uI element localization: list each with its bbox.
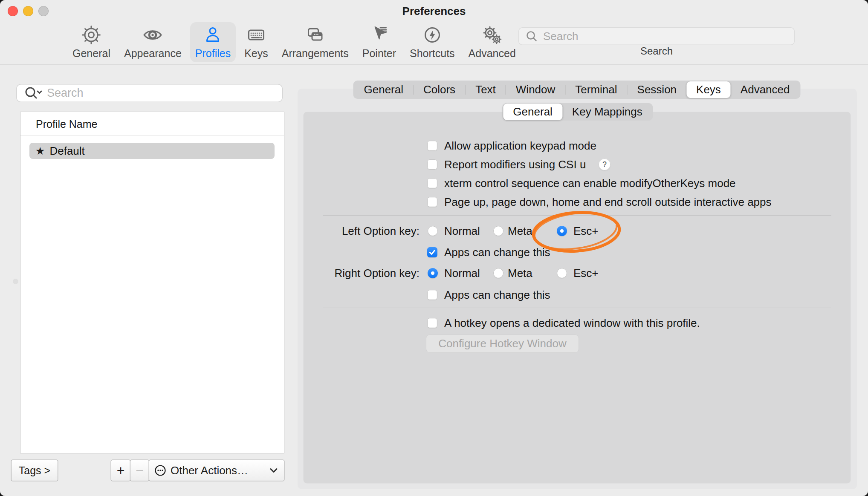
radio-left-meta[interactable]	[493, 226, 503, 236]
toolbar-item-appearance[interactable]: Appearance	[119, 22, 187, 62]
profile-tab-bar: General Colors Text Window Terminal Sess…	[353, 81, 800, 99]
person-icon	[203, 25, 223, 45]
profile-name: Default	[49, 144, 84, 158]
radio-label: Normal	[444, 225, 480, 237]
radio-label: Meta	[508, 267, 532, 280]
windows-icon	[305, 25, 325, 45]
toolbar-item-profiles[interactable]: Profiles	[190, 22, 236, 62]
keys-subtab-bar: General Key Mappings	[502, 103, 653, 121]
profile-list: Profile Name ★ Default	[20, 112, 284, 453]
configure-hotkey-window-button: Configure Hotkey Window	[426, 335, 579, 352]
checkbox-hotkey-window[interactable]	[427, 318, 437, 328]
lightning-icon	[422, 25, 443, 45]
radio-label: Esc+	[573, 267, 599, 280]
radio-left-esc-selected[interactable]	[557, 226, 567, 236]
remove-profile-button: −	[130, 460, 149, 481]
toolbar-label: Keys	[244, 48, 268, 59]
right-option-key-label: Right Option key:	[298, 267, 420, 280]
checkbox-right-apps-can-change[interactable]	[427, 290, 437, 300]
tab-colors[interactable]: Colors	[414, 81, 465, 98]
profile-search-input[interactable]	[46, 86, 278, 100]
profile-list-header: Profile Name	[20, 112, 284, 136]
plus-icon: +	[117, 463, 125, 479]
tab-text[interactable]: Text	[466, 81, 506, 98]
tab-window[interactable]: Window	[506, 81, 565, 98]
gear-icon	[81, 25, 101, 45]
toolbar-label: Profiles	[195, 48, 231, 59]
star-icon: ★	[35, 143, 45, 159]
preferences-toolbar: General Appearance Profiles	[67, 22, 521, 62]
tab-session[interactable]: Session	[628, 81, 687, 98]
toolbar-item-advanced[interactable]: Advanced	[463, 22, 521, 62]
subtab-general-selected[interactable]: General	[503, 104, 562, 120]
radio-right-normal-selected[interactable]	[428, 268, 438, 278]
preferences-window: Preferences General Appearance	[0, 0, 868, 496]
left-option-key-label: Left Option key:	[298, 225, 420, 237]
checkbox-label: Allow application keypad mode	[444, 139, 596, 152]
search-icon	[523, 30, 542, 43]
other-actions-dropdown[interactable]: Other Actions…	[149, 460, 284, 481]
other-actions-label: Other Actions…	[171, 464, 248, 477]
checkbox-label: Apps can change this	[444, 288, 550, 301]
window-edge-dot	[13, 279, 18, 284]
toolbar-divider	[0, 64, 868, 65]
radio-right-esc[interactable]	[557, 268, 567, 278]
toolbar-item-pointer[interactable]: Pointer	[357, 22, 401, 62]
profile-name-column-header: Profile Name	[36, 118, 98, 130]
toolbar-label: Arrangements	[282, 48, 349, 59]
minus-icon: −	[136, 463, 144, 479]
checkbox-scroll-outside-apps[interactable]	[427, 197, 437, 207]
configure-hotkey-label: Configure Hotkey Window	[438, 337, 567, 350]
eye-icon	[142, 25, 163, 45]
checkbox-label: A hotkey opens a dedicated window with t…	[444, 317, 700, 329]
add-profile-button[interactable]: +	[111, 460, 130, 481]
checkmark-icon	[428, 248, 437, 257]
radio-label: Esc+	[573, 225, 599, 237]
toolbar-label: General	[72, 48, 110, 59]
screenshot-stage: Preferences General Appearance	[0, 0, 868, 496]
tags-button[interactable]: Tags >	[12, 460, 58, 481]
profile-row-default[interactable]: ★ Default	[29, 143, 275, 159]
toolbar-item-keys[interactable]: Keys	[239, 22, 273, 62]
profile-search-field[interactable]	[16, 84, 283, 102]
checkbox-modify-other-keys[interactable]	[427, 178, 437, 188]
tab-advanced[interactable]: Advanced	[731, 81, 800, 98]
toolbar-search-input[interactable]	[542, 29, 783, 43]
toolbar-label: Advanced	[469, 48, 516, 59]
cursor-icon	[369, 25, 389, 45]
checkbox-application-keypad[interactable]	[427, 141, 437, 151]
section-divider	[323, 215, 831, 216]
section-divider	[323, 308, 831, 308]
tab-terminal[interactable]: Terminal	[565, 81, 627, 98]
checkbox-label: xterm control sequence can enable modify…	[444, 177, 736, 190]
radio-label: Meta	[508, 225, 532, 237]
toolbar-item-general[interactable]: General	[67, 22, 116, 62]
window-title: Preferences	[0, 5, 868, 18]
gears-icon	[482, 25, 502, 45]
toolbar-search-caption: Search	[518, 45, 795, 57]
checkbox-csi-u[interactable]	[427, 159, 437, 170]
chevron-down-icon	[269, 467, 278, 473]
checkbox-label: Report modifiers using CSI u	[444, 158, 586, 171]
tab-general[interactable]: General	[354, 81, 413, 98]
keyboard-icon	[246, 25, 266, 45]
ellipsis-circle-icon	[154, 464, 166, 476]
toolbar-search-field[interactable]	[518, 27, 795, 45]
toolbar-item-arrangements[interactable]: Arrangements	[277, 22, 354, 62]
toolbar-label: Pointer	[362, 48, 396, 59]
help-button[interactable]: ?	[599, 159, 610, 170]
checkbox-left-apps-can-change[interactable]	[427, 247, 437, 257]
tags-button-label: Tags >	[19, 464, 50, 477]
radio-label: Normal	[444, 267, 480, 280]
tab-keys-selected[interactable]: Keys	[686, 81, 731, 98]
radio-right-meta[interactable]	[493, 268, 503, 278]
checkbox-label: Page up, page down, home and end scroll …	[444, 196, 772, 208]
toolbar-item-shortcuts[interactable]: Shortcuts	[405, 22, 460, 62]
subtab-key-mappings[interactable]: Key Mappings	[562, 104, 652, 120]
toolbar-label: Appearance	[124, 48, 182, 59]
scoped-search-icon	[21, 86, 46, 101]
radio-left-normal[interactable]	[428, 226, 438, 236]
checkbox-label: Apps can change this	[444, 246, 550, 259]
toolbar-label: Shortcuts	[410, 48, 455, 59]
